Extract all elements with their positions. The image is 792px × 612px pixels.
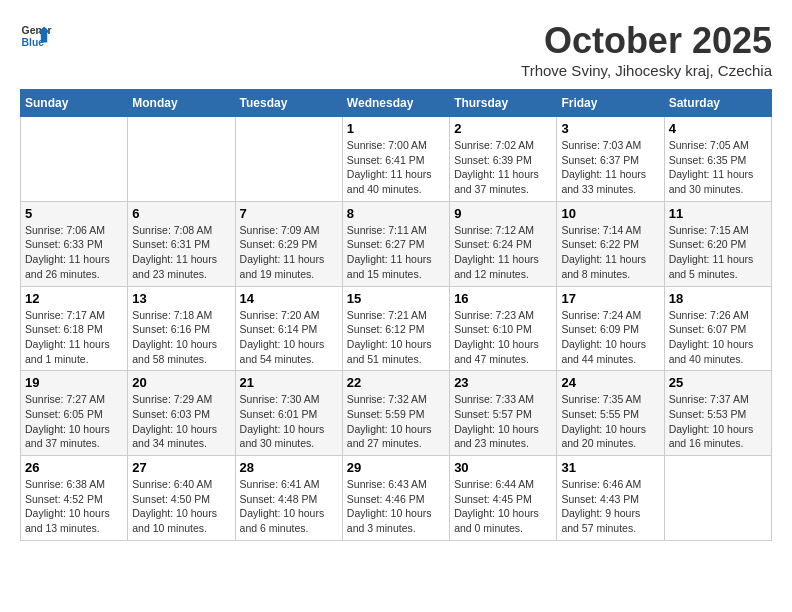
day-info: Sunrise: 7:12 AMSunset: 6:24 PMDaylight:…	[454, 223, 552, 282]
day-info: Sunrise: 7:35 AMSunset: 5:55 PMDaylight:…	[561, 392, 659, 451]
calendar-cell: 4Sunrise: 7:05 AMSunset: 6:35 PMDaylight…	[664, 117, 771, 202]
calendar-cell	[128, 117, 235, 202]
calendar-cell: 30Sunrise: 6:44 AMSunset: 4:45 PMDayligh…	[450, 456, 557, 541]
calendar-cell: 14Sunrise: 7:20 AMSunset: 6:14 PMDayligh…	[235, 286, 342, 371]
logo: General Blue	[20, 20, 52, 52]
day-number: 19	[25, 375, 123, 390]
day-info: Sunrise: 7:21 AMSunset: 6:12 PMDaylight:…	[347, 308, 445, 367]
calendar-cell: 3Sunrise: 7:03 AMSunset: 6:37 PMDaylight…	[557, 117, 664, 202]
calendar-cell: 29Sunrise: 6:43 AMSunset: 4:46 PMDayligh…	[342, 456, 449, 541]
calendar-cell: 10Sunrise: 7:14 AMSunset: 6:22 PMDayligh…	[557, 201, 664, 286]
day-number: 5	[25, 206, 123, 221]
calendar-table: SundayMondayTuesdayWednesdayThursdayFrid…	[20, 89, 772, 541]
weekday-header-monday: Monday	[128, 90, 235, 117]
weekday-header-friday: Friday	[557, 90, 664, 117]
day-info: Sunrise: 6:43 AMSunset: 4:46 PMDaylight:…	[347, 477, 445, 536]
day-info: Sunrise: 6:44 AMSunset: 4:45 PMDaylight:…	[454, 477, 552, 536]
day-info: Sunrise: 7:02 AMSunset: 6:39 PMDaylight:…	[454, 138, 552, 197]
week-row-3: 12Sunrise: 7:17 AMSunset: 6:18 PMDayligh…	[21, 286, 772, 371]
day-number: 29	[347, 460, 445, 475]
day-info: Sunrise: 7:05 AMSunset: 6:35 PMDaylight:…	[669, 138, 767, 197]
day-number: 18	[669, 291, 767, 306]
day-info: Sunrise: 7:24 AMSunset: 6:09 PMDaylight:…	[561, 308, 659, 367]
day-number: 14	[240, 291, 338, 306]
weekday-header-saturday: Saturday	[664, 90, 771, 117]
day-number: 26	[25, 460, 123, 475]
title-block: October 2025 Trhove Sviny, Jihocesky kra…	[521, 20, 772, 79]
day-info: Sunrise: 7:20 AMSunset: 6:14 PMDaylight:…	[240, 308, 338, 367]
calendar-cell: 28Sunrise: 6:41 AMSunset: 4:48 PMDayligh…	[235, 456, 342, 541]
calendar-cell: 5Sunrise: 7:06 AMSunset: 6:33 PMDaylight…	[21, 201, 128, 286]
calendar-cell: 26Sunrise: 6:38 AMSunset: 4:52 PMDayligh…	[21, 456, 128, 541]
day-info: Sunrise: 7:26 AMSunset: 6:07 PMDaylight:…	[669, 308, 767, 367]
calendar-cell: 31Sunrise: 6:46 AMSunset: 4:43 PMDayligh…	[557, 456, 664, 541]
day-number: 21	[240, 375, 338, 390]
day-number: 31	[561, 460, 659, 475]
day-info: Sunrise: 6:38 AMSunset: 4:52 PMDaylight:…	[25, 477, 123, 536]
day-info: Sunrise: 7:23 AMSunset: 6:10 PMDaylight:…	[454, 308, 552, 367]
calendar-cell: 8Sunrise: 7:11 AMSunset: 6:27 PMDaylight…	[342, 201, 449, 286]
day-number: 6	[132, 206, 230, 221]
day-number: 22	[347, 375, 445, 390]
day-number: 24	[561, 375, 659, 390]
week-row-2: 5Sunrise: 7:06 AMSunset: 6:33 PMDaylight…	[21, 201, 772, 286]
day-number: 27	[132, 460, 230, 475]
day-number: 16	[454, 291, 552, 306]
month-title: October 2025	[521, 20, 772, 62]
calendar-cell: 21Sunrise: 7:30 AMSunset: 6:01 PMDayligh…	[235, 371, 342, 456]
calendar-cell: 6Sunrise: 7:08 AMSunset: 6:31 PMDaylight…	[128, 201, 235, 286]
day-info: Sunrise: 7:06 AMSunset: 6:33 PMDaylight:…	[25, 223, 123, 282]
calendar-cell: 20Sunrise: 7:29 AMSunset: 6:03 PMDayligh…	[128, 371, 235, 456]
day-info: Sunrise: 7:30 AMSunset: 6:01 PMDaylight:…	[240, 392, 338, 451]
day-number: 20	[132, 375, 230, 390]
day-number: 15	[347, 291, 445, 306]
day-number: 13	[132, 291, 230, 306]
day-number: 2	[454, 121, 552, 136]
calendar-cell: 12Sunrise: 7:17 AMSunset: 6:18 PMDayligh…	[21, 286, 128, 371]
day-number: 23	[454, 375, 552, 390]
day-info: Sunrise: 7:03 AMSunset: 6:37 PMDaylight:…	[561, 138, 659, 197]
weekday-header-row: SundayMondayTuesdayWednesdayThursdayFrid…	[21, 90, 772, 117]
day-info: Sunrise: 6:40 AMSunset: 4:50 PMDaylight:…	[132, 477, 230, 536]
day-info: Sunrise: 7:09 AMSunset: 6:29 PMDaylight:…	[240, 223, 338, 282]
calendar-cell: 13Sunrise: 7:18 AMSunset: 6:16 PMDayligh…	[128, 286, 235, 371]
calendar-cell: 9Sunrise: 7:12 AMSunset: 6:24 PMDaylight…	[450, 201, 557, 286]
day-info: Sunrise: 7:11 AMSunset: 6:27 PMDaylight:…	[347, 223, 445, 282]
day-number: 25	[669, 375, 767, 390]
day-number: 4	[669, 121, 767, 136]
calendar-cell: 18Sunrise: 7:26 AMSunset: 6:07 PMDayligh…	[664, 286, 771, 371]
day-number: 1	[347, 121, 445, 136]
weekday-header-thursday: Thursday	[450, 90, 557, 117]
week-row-4: 19Sunrise: 7:27 AMSunset: 6:05 PMDayligh…	[21, 371, 772, 456]
day-info: Sunrise: 7:14 AMSunset: 6:22 PMDaylight:…	[561, 223, 659, 282]
day-number: 3	[561, 121, 659, 136]
calendar-cell: 22Sunrise: 7:32 AMSunset: 5:59 PMDayligh…	[342, 371, 449, 456]
calendar-cell: 16Sunrise: 7:23 AMSunset: 6:10 PMDayligh…	[450, 286, 557, 371]
page-header: General Blue October 2025 Trhove Sviny, …	[20, 20, 772, 79]
calendar-cell: 17Sunrise: 7:24 AMSunset: 6:09 PMDayligh…	[557, 286, 664, 371]
weekday-header-tuesday: Tuesday	[235, 90, 342, 117]
calendar-cell: 27Sunrise: 6:40 AMSunset: 4:50 PMDayligh…	[128, 456, 235, 541]
calendar-cell: 11Sunrise: 7:15 AMSunset: 6:20 PMDayligh…	[664, 201, 771, 286]
day-info: Sunrise: 6:41 AMSunset: 4:48 PMDaylight:…	[240, 477, 338, 536]
calendar-cell: 19Sunrise: 7:27 AMSunset: 6:05 PMDayligh…	[21, 371, 128, 456]
day-info: Sunrise: 7:32 AMSunset: 5:59 PMDaylight:…	[347, 392, 445, 451]
day-number: 9	[454, 206, 552, 221]
week-row-1: 1Sunrise: 7:00 AMSunset: 6:41 PMDaylight…	[21, 117, 772, 202]
day-number: 28	[240, 460, 338, 475]
day-info: Sunrise: 7:15 AMSunset: 6:20 PMDaylight:…	[669, 223, 767, 282]
day-info: Sunrise: 7:00 AMSunset: 6:41 PMDaylight:…	[347, 138, 445, 197]
calendar-cell	[21, 117, 128, 202]
day-info: Sunrise: 7:08 AMSunset: 6:31 PMDaylight:…	[132, 223, 230, 282]
day-info: Sunrise: 7:29 AMSunset: 6:03 PMDaylight:…	[132, 392, 230, 451]
logo-icon: General Blue	[20, 20, 52, 52]
day-number: 12	[25, 291, 123, 306]
weekday-header-sunday: Sunday	[21, 90, 128, 117]
calendar-cell: 23Sunrise: 7:33 AMSunset: 5:57 PMDayligh…	[450, 371, 557, 456]
calendar-cell: 1Sunrise: 7:00 AMSunset: 6:41 PMDaylight…	[342, 117, 449, 202]
day-info: Sunrise: 7:37 AMSunset: 5:53 PMDaylight:…	[669, 392, 767, 451]
day-info: Sunrise: 6:46 AMSunset: 4:43 PMDaylight:…	[561, 477, 659, 536]
day-number: 11	[669, 206, 767, 221]
day-number: 17	[561, 291, 659, 306]
day-info: Sunrise: 7:17 AMSunset: 6:18 PMDaylight:…	[25, 308, 123, 367]
